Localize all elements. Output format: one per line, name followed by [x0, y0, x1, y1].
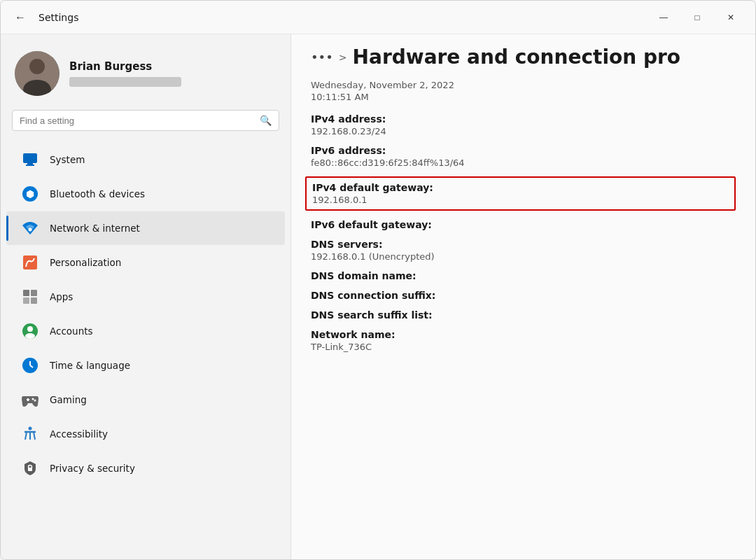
- prop-row-ipv6: IPv6 address: fe80::86cc:d319:6f25:84ff%…: [311, 145, 736, 168]
- nav-menu: System ⬢ Bluetooth & devices: [1, 143, 290, 485]
- sidebar-label-system: System: [50, 154, 85, 165]
- sidebar-item-system[interactable]: System: [6, 143, 285, 176]
- prop-time: 10:11:51 AM: [311, 92, 736, 102]
- sidebar-item-time[interactable]: Time & language: [6, 349, 285, 382]
- sidebar-label-gaming: Gaming: [50, 394, 87, 405]
- sidebar-item-apps[interactable]: Apps: [6, 280, 285, 314]
- svg-point-16: [25, 333, 35, 339]
- time-icon: [20, 356, 40, 375]
- maximize-button[interactable]: □: [681, 6, 713, 29]
- svg-rect-4: [27, 163, 33, 164]
- prop-row-dns-domain: DNS domain name:: [311, 270, 736, 281]
- prop-row-dns-suffix: DNS connection suffix:: [311, 290, 736, 301]
- close-button[interactable]: ✕: [715, 6, 747, 29]
- sidebar: Brian Burgess 🔍: [1, 34, 291, 559]
- titlebar-left: ← Settings: [9, 6, 78, 29]
- user-profile: Brian Burgess: [1, 43, 290, 110]
- user-name: Brian Burgess: [69, 60, 181, 73]
- prop-value-ipv6: fe80::86cc:d319:6f25:84ff%13/64: [311, 158, 736, 168]
- properties-content: Wednesday, November 2, 2022 10:11:51 AM …: [291, 74, 755, 559]
- svg-point-23: [34, 400, 36, 402]
- network-icon: [20, 218, 40, 238]
- prop-date: Wednesday, November 2, 2022: [311, 80, 736, 90]
- right-panel: ••• > Hardware and connection pro Wednes…: [291, 34, 755, 559]
- sidebar-item-personalization[interactable]: Personalization: [6, 246, 285, 279]
- search-icon: 🔍: [260, 115, 272, 126]
- svg-rect-11: [31, 290, 37, 296]
- svg-rect-5: [26, 164, 34, 166]
- page-header: ••• > Hardware and connection pro: [291, 34, 755, 74]
- prop-label-dns-servers: DNS servers:: [311, 239, 736, 250]
- sidebar-label-time: Time & language: [50, 360, 130, 371]
- prop-value-ipv4: 192.168.0.23/24: [311, 126, 736, 136]
- prop-label-ipv6-gateway: IPv6 default gateway:: [311, 219, 736, 230]
- breadcrumb-arrow: >: [339, 52, 347, 63]
- svg-rect-9: [23, 255, 37, 270]
- minimize-button[interactable]: —: [648, 6, 680, 29]
- sidebar-label-privacy: Privacy & security: [50, 463, 135, 474]
- svg-rect-3: [23, 153, 37, 163]
- prop-row-network-name: Network name: TP-Link_736C: [311, 329, 736, 352]
- prop-row-ipv4-gateway: IPv4 default gateway: 192.168.0.1: [305, 176, 736, 211]
- svg-point-15: [27, 326, 33, 332]
- sidebar-item-accounts[interactable]: Accounts: [6, 314, 285, 348]
- sidebar-item-accessibility[interactable]: Accessibility: [6, 417, 285, 451]
- prop-label-ipv6: IPv6 address:: [311, 145, 736, 156]
- titlebar: ← Settings — □ ✕: [1, 1, 755, 34]
- sidebar-item-gaming[interactable]: Gaming: [6, 383, 285, 416]
- content-area: Brian Burgess 🔍: [1, 34, 755, 559]
- sidebar-label-bluetooth: Bluetooth & devices: [50, 188, 145, 200]
- prop-label-dns-domain: DNS domain name:: [311, 270, 736, 281]
- search-input[interactable]: [20, 115, 254, 126]
- prop-label-dns-suffix: DNS connection suffix:: [311, 290, 736, 301]
- sidebar-label-network: Network & internet: [50, 223, 140, 234]
- prop-label-ipv4-gateway: IPv4 default gateway:: [312, 182, 729, 193]
- prop-value-dns-servers: 192.168.0.1 (Unencrypted): [311, 251, 736, 262]
- sidebar-label-apps: Apps: [50, 291, 73, 302]
- system-icon: [20, 150, 40, 169]
- svg-rect-12: [23, 298, 29, 304]
- settings-window: ← Settings — □ ✕ Brian Burges: [0, 0, 756, 560]
- page-title: Hardware and connection pro: [353, 46, 680, 69]
- sidebar-label-accounts: Accounts: [50, 326, 93, 337]
- user-info: Brian Burgess: [69, 60, 181, 87]
- back-button[interactable]: ←: [9, 6, 31, 29]
- svg-rect-10: [23, 290, 29, 296]
- prop-label-network-name: Network name:: [311, 329, 736, 340]
- privacy-icon: [20, 458, 40, 478]
- prop-label-ipv4: IPv4 address:: [311, 113, 736, 125]
- svg-point-22: [32, 398, 34, 400]
- prop-value-ipv4-gateway: 192.168.0.1: [312, 195, 729, 205]
- prop-row-ipv4: IPv4 address: 192.168.0.23/24: [311, 113, 736, 136]
- window-title: Settings: [38, 12, 78, 23]
- accounts-icon: [20, 321, 40, 341]
- apps-icon: [20, 287, 40, 307]
- svg-text:⬢: ⬢: [26, 188, 34, 200]
- accessibility-icon: [20, 424, 40, 444]
- bluetooth-icon: ⬢: [20, 184, 40, 204]
- prop-value-network-name: TP-Link_736C: [311, 342, 736, 352]
- sidebar-label-personalization: Personalization: [50, 257, 121, 268]
- gaming-icon: [20, 390, 40, 410]
- svg-point-1: [29, 59, 45, 74]
- sidebar-item-network[interactable]: Network & internet: [6, 211, 285, 245]
- search-container: 🔍: [1, 110, 290, 142]
- avatar: [15, 51, 59, 96]
- breadcrumb-dots[interactable]: •••: [311, 50, 333, 64]
- personalization-icon: [20, 253, 40, 272]
- sidebar-label-accessibility: Accessibility: [50, 428, 108, 440]
- search-box[interactable]: 🔍: [12, 110, 279, 131]
- svg-rect-13: [31, 298, 37, 304]
- prop-row-dns-servers: DNS servers: 192.168.0.1 (Unencrypted): [311, 239, 736, 262]
- sidebar-item-bluetooth[interactable]: ⬢ Bluetooth & devices: [6, 177, 285, 211]
- prop-row-dns-search: DNS search suffix list:: [311, 309, 736, 321]
- svg-point-8: [29, 228, 32, 232]
- user-email-redacted: [69, 77, 181, 87]
- svg-point-24: [29, 427, 32, 430]
- window-controls: — □ ✕: [648, 6, 747, 29]
- prop-label-dns-search: DNS search suffix list:: [311, 309, 736, 321]
- prop-row-ipv6-gateway: IPv6 default gateway:: [311, 219, 736, 230]
- sidebar-item-privacy[interactable]: Privacy & security: [6, 451, 285, 485]
